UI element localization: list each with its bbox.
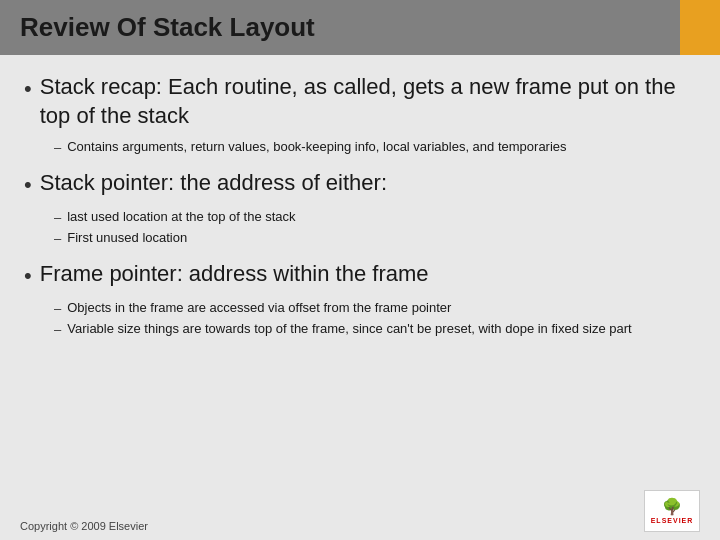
elsevier-logo: 🌳 ELSEVIER xyxy=(644,490,700,532)
sub-dash-1-1: – xyxy=(54,139,61,157)
sub-bullet-2-1: – last used location at the top of the s… xyxy=(54,208,696,227)
elsevier-name-text: ELSEVIER xyxy=(651,517,694,524)
bullet-2: • Stack pointer: the address of either: xyxy=(24,169,696,200)
sub-bullet-3-2-text: Variable size things are towards top of … xyxy=(67,320,631,338)
sub-bullet-3-2: – Variable size things are towards top o… xyxy=(54,320,696,339)
copyright-text: Copyright © 2009 Elsevier xyxy=(20,520,148,532)
sub-bullet-2-1-text: last used location at the top of the sta… xyxy=(67,208,295,226)
sub-bullet-2-2: – First unused location xyxy=(54,229,696,248)
sub-dash-2-1: – xyxy=(54,209,61,227)
sub-dash-2-2: – xyxy=(54,230,61,248)
sub-bullet-1-1-text: Contains arguments, return values, book-… xyxy=(67,138,566,156)
sub-bullet-3-1: – Objects in the frame are accessed via … xyxy=(54,299,696,318)
title-bar: Review Of Stack Layout xyxy=(0,0,720,55)
slide-footer: Copyright © 2009 Elsevier 🌳 ELSEVIER xyxy=(0,486,720,540)
sub-bullet-3-1-text: Objects in the frame are accessed via of… xyxy=(67,299,451,317)
elsevier-tree-icon: 🌳 xyxy=(662,499,682,515)
sub-bullet-1-1: – Contains arguments, return values, boo… xyxy=(54,138,696,157)
slide-content: • Stack recap: Each routine, as called, … xyxy=(0,55,720,486)
bullet-dot-3: • xyxy=(24,262,32,291)
sub-bullet-2-2-text: First unused location xyxy=(67,229,187,247)
bullet-dot-1: • xyxy=(24,75,32,104)
bullet-3-text: Frame pointer: address within the frame xyxy=(40,260,429,289)
sub-dash-3-1: – xyxy=(54,300,61,318)
sub-bullets-1: – Contains arguments, return values, boo… xyxy=(54,138,696,159)
sub-bullets-2: – last used location at the top of the s… xyxy=(54,208,696,250)
bullet-2-text: Stack pointer: the address of either: xyxy=(40,169,387,198)
bullet-1: • Stack recap: Each routine, as called, … xyxy=(24,73,696,130)
sub-bullets-3: – Objects in the frame are accessed via … xyxy=(54,299,696,341)
slide-title: Review Of Stack Layout xyxy=(20,12,315,42)
slide: Review Of Stack Layout • Stack recap: Ea… xyxy=(0,0,720,540)
bullet-3: • Frame pointer: address within the fram… xyxy=(24,260,696,291)
bullet-1-text: Stack recap: Each routine, as called, ge… xyxy=(40,73,696,130)
sub-dash-3-2: – xyxy=(54,321,61,339)
bullet-dot-2: • xyxy=(24,171,32,200)
